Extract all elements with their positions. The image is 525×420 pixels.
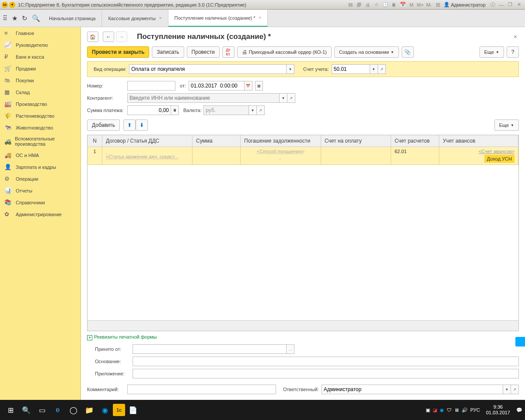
tb-icon[interactable]: 🖨 [364, 1, 372, 8]
ie-icon[interactable]: e [50, 402, 66, 418]
calc-icon[interactable]: 🖩 [390, 1, 398, 8]
tray-icon[interactable]: ▣ [426, 407, 430, 413]
dropdown-icon[interactable]: ▼ [280, 93, 287, 103]
1c-task-icon[interactable]: 1c [113, 404, 125, 416]
star-icon[interactable]: ★ [12, 14, 18, 22]
print-form-expander[interactable]: ▾Реквизиты печатной формы [81, 331, 525, 343]
teamviewer-task-icon[interactable]: ◉ [97, 402, 113, 418]
contragent-input[interactable] [127, 93, 280, 103]
history-icon[interactable]: ↻ [22, 14, 28, 22]
attach-input[interactable] [133, 369, 519, 378]
tab-start[interactable]: Начальная страница [43, 10, 102, 27]
tb-icon[interactable]: 🗐 [355, 1, 363, 8]
col-invoice[interactable]: Счет на оплату [321, 135, 391, 147]
favorites-icon[interactable]: ☆ [373, 1, 381, 8]
notifications-icon[interactable]: 💬 [516, 407, 522, 413]
start-button[interactable]: ⊞ [3, 402, 18, 418]
dropdown-icon[interactable]: ▼ [287, 64, 294, 74]
sidebar-item-payroll[interactable]: 👤Зарплата и кадры [0, 161, 80, 173]
reason-input[interactable] [133, 357, 519, 366]
mminus-icon[interactable]: M- [425, 1, 433, 8]
sidebar-item-warehouse[interactable]: ▦Склад [0, 86, 80, 98]
col-account[interactable]: Счет расчетов [391, 135, 439, 147]
date-input[interactable] [189, 81, 245, 91]
sidebar-item-operations[interactable]: ⚙Операции [0, 173, 80, 185]
teamviewer-icon[interactable] [515, 337, 525, 346]
sidebar-item-livestock[interactable]: 🐄Животноводство [0, 122, 80, 133]
sidebar-item-main[interactable]: ≡Главное [0, 27, 80, 39]
minimize-icon[interactable]: — [497, 1, 505, 8]
doc-icon[interactable]: ▦ [255, 81, 263, 91]
col-advances[interactable]: Учет авансов [439, 135, 518, 147]
search-icon[interactable]: 🔍 [18, 402, 34, 418]
print-ko1-button[interactable]: 🖨 Приходный кассовый ордер (КО-1) [237, 46, 332, 58]
mplus-icon[interactable]: M+ [416, 1, 424, 8]
tray-icon[interactable]: 🖥 [454, 407, 459, 413]
sidebar-item-crops[interactable]: 🌾Растениеводство [0, 110, 80, 122]
col-repayment[interactable]: Погашение задолженности [241, 135, 321, 147]
volume-icon[interactable]: 🔊 [462, 407, 468, 413]
tray-icon[interactable]: ◉ [440, 407, 444, 413]
col-contract[interactable]: Договор / Статья ДДС [102, 135, 192, 147]
taskview-icon[interactable]: ▭ [34, 402, 50, 418]
received-input[interactable] [133, 344, 287, 354]
forward-button[interactable]: → [116, 32, 127, 42]
apps-icon[interactable]: ⠿ [3, 14, 7, 22]
help-button[interactable]: ? [507, 46, 519, 58]
table-more-button[interactable]: Еще▼ [494, 119, 519, 131]
lang-indicator[interactable]: РУС [470, 407, 480, 413]
tray-icon[interactable]: ◪ [433, 407, 437, 413]
app-menu-icon[interactable]: ▾ [9, 2, 15, 8]
dropdown-icon[interactable]: ▼ [370, 64, 378, 74]
table-row[interactable]: 1 <Статья движения ден. средст... <Спосо… [88, 147, 518, 165]
m-icon[interactable]: M [408, 1, 416, 8]
sidebar-item-bank[interactable]: ₽Банк и касса [0, 51, 80, 63]
comment-input[interactable] [127, 385, 276, 394]
page-close-icon[interactable]: × [512, 32, 519, 42]
col-n[interactable]: N [88, 135, 102, 147]
sidebar-item-sales[interactable]: 🛒Продажи [0, 63, 80, 74]
post-close-button[interactable]: Провести и закрыть [87, 46, 149, 58]
sidebar-item-admin[interactable]: ✿Администрирование [0, 208, 80, 220]
save-button[interactable]: Записать [152, 46, 184, 58]
account-input[interactable] [332, 64, 370, 74]
home-button[interactable]: 🏠 [87, 32, 98, 42]
dtct-button[interactable]: ДтКт [222, 46, 234, 58]
close-icon[interactable]: × [159, 16, 162, 21]
sidebar-item-catalogs[interactable]: 📚Справочники [0, 196, 80, 208]
sum-input[interactable] [127, 105, 171, 115]
history-icon[interactable]: 🕓 [382, 1, 389, 8]
info-icon[interactable]: ⓘ [489, 1, 497, 8]
sidebar-item-manager[interactable]: 📈Руководителю [0, 39, 80, 51]
close-icon[interactable]: ✕ [515, 1, 523, 8]
col-sum[interactable]: Сумма [192, 135, 241, 147]
post-button[interactable]: Провести [187, 46, 220, 58]
calc-icon[interactable]: 🖩 [171, 105, 179, 115]
close-icon[interactable]: × [259, 15, 262, 20]
tb-icon[interactable]: ▤ [346, 1, 354, 8]
clock[interactable]: 9:3601.03.2017 [483, 404, 514, 416]
tray-icon[interactable]: 🛡 [447, 407, 452, 413]
responsible-input[interactable] [322, 385, 503, 394]
calendar-icon[interactable]: 📅 [399, 1, 407, 8]
open-icon[interactable]: ↗ [287, 93, 295, 103]
move-down-button[interactable]: ⬇ [136, 119, 148, 131]
open-icon[interactable]: ↗ [511, 385, 519, 394]
sidebar-item-reports[interactable]: 📊Отчеты [0, 185, 80, 196]
sidebar-item-purchases[interactable]: 🛍Покупки [0, 74, 80, 86]
dropdown-icon[interactable]: ▼ [249, 105, 257, 115]
search-icon[interactable]: 🔍 [32, 14, 40, 22]
currency-input[interactable] [203, 105, 249, 115]
number-input[interactable] [127, 81, 175, 91]
chrome-icon[interactable]: ◯ [66, 402, 81, 418]
back-button[interactable]: ← [103, 32, 114, 42]
sidebar-item-assets[interactable]: 🚚ОС и НМА [0, 149, 80, 161]
add-row-button[interactable]: Добавить [87, 119, 120, 131]
maximize-icon[interactable]: ❐ [506, 1, 514, 8]
ellipsis-icon[interactable]: … [287, 344, 294, 354]
move-up-button[interactable]: ⬆ [123, 119, 136, 131]
more-button[interactable]: Еще▼ [480, 46, 504, 58]
dropdown-icon[interactable]: ▼ [503, 385, 511, 394]
tab-cash-docs[interactable]: Кассовые документы× [102, 10, 168, 27]
sidebar-item-production[interactable]: 🏭Производство [0, 98, 80, 110]
